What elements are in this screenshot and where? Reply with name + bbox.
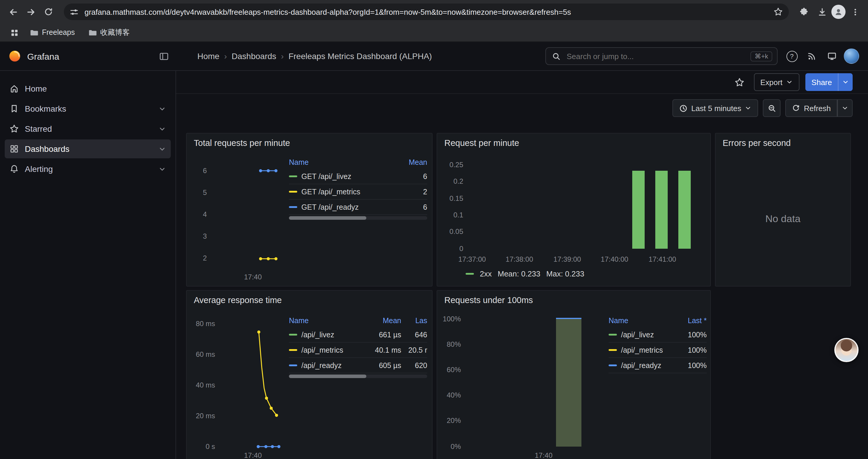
legend-row[interactable]: /api/_livez100%	[609, 327, 707, 342]
legend[interactable]: 2xx Mean: 0.233 Max: 0.233	[466, 269, 584, 278]
panel-title[interactable]: Requests under 100ms	[444, 295, 533, 305]
refresh-interval-caret[interactable]	[837, 99, 852, 117]
breadcrumb-separator: ›	[281, 52, 284, 61]
x-tick: 17:38:00	[505, 255, 533, 263]
legend-col-value[interactable]: Mean	[365, 317, 401, 325]
legend-row[interactable]: /api/_metrics100%	[609, 342, 707, 358]
brand-name: Grafana	[27, 51, 59, 61]
sidebar-item-dashboards[interactable]: Dashboards	[5, 139, 171, 158]
legend-col-name[interactable]: Name	[609, 317, 674, 325]
search-icon	[552, 52, 561, 61]
export-button[interactable]: Export	[754, 73, 800, 91]
y-tick: 40 ms	[187, 382, 215, 389]
back-button[interactable]	[5, 4, 21, 20]
bookmark-item-freeleaps[interactable]: Freeleaps	[25, 26, 80, 39]
legend-scrollbar[interactable]	[289, 374, 427, 378]
series-color-dash	[466, 273, 474, 275]
site-settings-icon[interactable]	[70, 7, 79, 16]
share-menu-caret[interactable]	[838, 73, 852, 91]
browser-profile-avatar[interactable]	[831, 5, 845, 19]
chevron-down-icon[interactable]	[158, 125, 166, 133]
legend-col-name[interactable]: Name	[289, 317, 365, 325]
address-bar[interactable]	[64, 4, 789, 20]
help-icon[interactable]: ?	[783, 48, 800, 64]
y-tick: 3	[190, 233, 207, 240]
refresh-button[interactable]: Refresh	[785, 99, 837, 117]
scrollbar-thumb[interactable]	[289, 374, 366, 378]
legend-col-name[interactable]: Name	[289, 158, 392, 167]
breadcrumb-current[interactable]: Freeleaps Metrics Dashboard (ALPHA)	[288, 52, 432, 61]
search-input[interactable]	[565, 51, 746, 61]
search-box[interactable]: ⌘+k	[546, 47, 778, 65]
export-label: Export	[760, 78, 782, 87]
browser-menu-icon[interactable]	[847, 4, 863, 20]
y-tick: 0.2	[442, 178, 463, 185]
star-dashboard-icon[interactable]	[731, 74, 748, 90]
legend-col-value[interactable]: Las	[401, 317, 427, 325]
series-value: 20.5 r	[401, 346, 427, 354]
panel-title[interactable]: Request per minute	[444, 138, 519, 148]
line-chart	[219, 326, 287, 453]
panel-requests-under-100ms: Requests under 100ms 100% 80% 60% 40% 20…	[437, 290, 711, 459]
legend-row[interactable]: GET /api/_readyz6	[289, 200, 427, 215]
url-input[interactable]	[83, 7, 769, 17]
share-label: Share	[812, 78, 832, 87]
scrollbar-thumb[interactable]	[289, 216, 366, 220]
forward-button[interactable]	[23, 4, 39, 20]
legend-scrollbar[interactable]	[289, 216, 427, 220]
bar-chart	[556, 319, 582, 447]
bookmark-star-icon[interactable]	[773, 7, 783, 17]
sidebar-item-alerting[interactable]: Alerting	[5, 160, 171, 178]
breadcrumb-dashboards[interactable]: Dashboards	[231, 52, 276, 61]
download-icon[interactable]	[814, 4, 830, 20]
legend-col-value[interactable]: Last *	[674, 317, 707, 325]
legend-header: NameMeanLas	[289, 314, 427, 327]
sidebar-item-bookmarks[interactable]: Bookmarks	[5, 99, 171, 118]
floating-assistant-avatar[interactable]	[834, 338, 859, 362]
legend-col-value[interactable]: Mean	[392, 158, 427, 167]
series-color-dash	[609, 364, 617, 366]
zoom-out-time-button[interactable]	[763, 99, 781, 117]
panel-title[interactable]: Errors per second	[723, 138, 791, 148]
legend-row[interactable]: GET /api/_metrics2	[289, 184, 427, 200]
chart-bar	[556, 318, 582, 447]
monitor-icon[interactable]	[824, 48, 840, 64]
line-chart	[210, 166, 287, 266]
series-value: 6	[392, 172, 427, 181]
sidebar-item-label: Alerting	[25, 164, 53, 174]
legend-row[interactable]: /api/_metrics40.1 ms20.5 r	[289, 342, 427, 358]
sidebar-item-home[interactable]: Home	[5, 79, 171, 98]
chevron-down-icon[interactable]	[158, 165, 166, 173]
sidebar-item-label: Starred	[25, 124, 52, 133]
header-left: Grafana	[0, 50, 176, 63]
news-rss-icon[interactable]	[804, 48, 820, 64]
legend-row[interactable]: /api/_readyz100%	[609, 358, 707, 373]
dashboard-toolbar: Export Share	[176, 71, 868, 94]
reload-button[interactable]	[40, 4, 57, 20]
time-range-picker[interactable]: Last 5 minutes	[673, 99, 758, 117]
sidebar: Home Bookmarks Starred	[0, 71, 176, 459]
dock-sidebar-icon[interactable]	[159, 51, 169, 61]
series-name: GET /api/_readyz	[301, 203, 359, 211]
legend-row[interactable]: GET /api/_livez6	[289, 169, 427, 184]
y-tick: 20%	[437, 417, 461, 424]
series-color-dash	[289, 364, 297, 366]
panel-title[interactable]: Total requests per minute	[194, 138, 290, 148]
breadcrumb-separator: ›	[224, 52, 227, 61]
panel-title[interactable]: Average response time	[194, 295, 282, 305]
bookmark-item-blog[interactable]: 收藏博客	[83, 26, 134, 39]
user-avatar[interactable]	[844, 48, 859, 64]
grafana-body: Home Bookmarks Starred	[0, 71, 868, 459]
chevron-down-icon[interactable]	[158, 145, 166, 153]
share-button[interactable]: Share	[806, 73, 838, 91]
chevron-down-icon[interactable]	[158, 105, 166, 112]
sidebar-item-starred[interactable]: Starred	[5, 119, 171, 138]
breadcrumb-home[interactable]: Home	[197, 52, 219, 61]
y-tick: 0.05	[442, 228, 463, 235]
grafana-logo[interactable]	[8, 50, 21, 63]
legend-row[interactable]: /api/_readyz605 µs620	[289, 358, 427, 373]
apps-grid-icon[interactable]	[7, 25, 21, 40]
legend-row[interactable]: /api/_livez661 µs646	[289, 327, 427, 342]
extensions-icon[interactable]	[796, 4, 812, 20]
y-tick: 40%	[437, 392, 461, 399]
